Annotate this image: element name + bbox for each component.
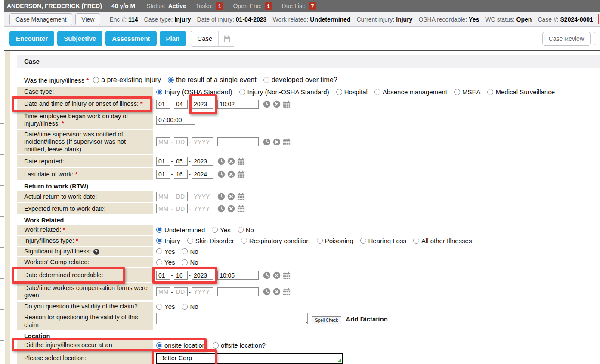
radio-icon[interactable] <box>182 259 188 265</box>
injury-month-input[interactable] <box>156 100 170 109</box>
time-began-input[interactable] <box>156 116 195 125</box>
radio-icon[interactable] <box>212 227 218 233</box>
clear-icon[interactable] <box>273 288 281 296</box>
radio-undetermined[interactable]: Undetermined <box>156 226 205 234</box>
radio-icon[interactable] <box>182 248 188 254</box>
radio-selected-icon[interactable] <box>156 227 162 233</box>
reported-day-input[interactable] <box>174 157 188 166</box>
clear-icon[interactable] <box>227 205 235 213</box>
lastwork-month-input[interactable] <box>156 170 170 179</box>
radio-hearing-loss[interactable]: Hearing Loss <box>360 237 406 244</box>
radio-respiratory-condition[interactable]: Respiratory condition <box>241 237 310 244</box>
radio-icon[interactable] <box>374 89 380 95</box>
calendar-icon[interactable] <box>283 271 291 279</box>
clear-icon[interactable] <box>227 157 235 165</box>
radio-type-injury[interactable]: Injury <box>156 237 180 244</box>
radio-icon[interactable] <box>156 259 162 265</box>
tab-encounter[interactable]: Encounter <box>9 31 54 46</box>
tasks-count-badge[interactable]: 1 <box>216 2 223 10</box>
clear-icon[interactable] <box>273 100 281 108</box>
radio-medical-surveillance[interactable]: Medical Surveillance <box>487 88 555 96</box>
expected-rtw-year-input[interactable] <box>192 204 213 213</box>
clear-icon[interactable] <box>273 138 281 146</box>
radio-validity-no[interactable]: No <box>182 303 198 310</box>
radio-msea[interactable]: MSEA <box>454 88 481 96</box>
injury-time-input[interactable] <box>217 100 259 109</box>
radio-absence-management[interactable]: Absence management <box>374 88 447 96</box>
calendar-icon[interactable] <box>283 100 291 108</box>
radio-icon[interactable] <box>156 248 162 254</box>
recordable-time-input[interactable] <box>217 271 259 280</box>
tab-subjective[interactable]: Subjective <box>57 31 102 46</box>
reported-year-input[interactable] <box>192 157 213 166</box>
clear-icon[interactable] <box>227 170 235 178</box>
case-management-button[interactable]: Case Management <box>9 13 72 25</box>
tab-case-active[interactable]: Case <box>191 31 235 47</box>
radio-work-related-no[interactable]: No <box>238 226 254 234</box>
radio-icon[interactable] <box>487 89 493 95</box>
clock-icon[interactable] <box>217 170 225 178</box>
radio-icon[interactable] <box>360 238 366 244</box>
lastwork-day-input[interactable] <box>174 170 188 179</box>
radio-offsite-location[interactable]: offsite location? <box>213 342 266 349</box>
calendar-icon[interactable] <box>237 157 245 165</box>
radio-significant-yes[interactable]: Yes <box>156 248 175 255</box>
clock-icon[interactable] <box>263 271 271 279</box>
radio-work-related-yes[interactable]: Yes <box>212 226 230 234</box>
open-enc-label[interactable]: Open Enc: <box>233 3 261 9</box>
clock-icon[interactable] <box>217 193 225 201</box>
radio-icon[interactable] <box>239 89 245 95</box>
radio-icon[interactable] <box>263 77 269 83</box>
injury-day-input[interactable] <box>174 100 188 109</box>
clear-icon[interactable] <box>227 193 235 201</box>
radio-skin-disorder[interactable]: Skin Disorder <box>187 237 234 244</box>
calendar-icon[interactable] <box>237 170 245 178</box>
radio-icon[interactable] <box>93 77 99 83</box>
radio-poisoning[interactable]: Poisoning <box>317 237 353 244</box>
radio-pre-existing-injury[interactable]: a pre-existing injury <box>93 76 161 84</box>
radio-all-other-illnesses[interactable]: All other Illnesses <box>413 237 472 244</box>
open-enc-link[interactable]: Open Enc: 1 <box>233 2 272 10</box>
spell-check-button[interactable]: Spell Check <box>312 316 341 324</box>
calendar-icon[interactable] <box>283 288 291 296</box>
clipped-button-sliver[interactable] <box>594 32 597 45</box>
radio-icon[interactable] <box>182 304 188 310</box>
clock-icon[interactable] <box>263 138 271 146</box>
radio-icon[interactable] <box>413 238 419 244</box>
calendar-icon[interactable] <box>283 138 291 146</box>
radio-validity-yes[interactable]: Yes <box>156 303 175 310</box>
actual-rtw-month-input[interactable] <box>156 192 170 201</box>
radio-icon[interactable] <box>187 238 193 244</box>
supervisor-month-input[interactable] <box>156 137 170 146</box>
wcforms-time-input[interactable] <box>217 287 259 296</box>
calendar-icon[interactable] <box>237 205 245 213</box>
radio-icon[interactable] <box>238 227 244 233</box>
expected-rtw-month-input[interactable] <box>156 204 170 213</box>
wcforms-day-input[interactable] <box>174 287 188 296</box>
help-icon[interactable]: ? <box>93 249 99 255</box>
radio-icon[interactable] <box>156 304 162 310</box>
radio-significant-no[interactable]: No <box>182 248 198 255</box>
radio-onsite-location[interactable]: onsite location <box>156 342 206 349</box>
supervisor-day-input[interactable] <box>174 137 188 146</box>
view-button[interactable]: View <box>75 13 100 25</box>
wcforms-year-input[interactable] <box>192 287 213 296</box>
expected-rtw-day-input[interactable] <box>174 204 188 213</box>
supervisor-time-input[interactable] <box>217 137 259 146</box>
radio-icon[interactable] <box>454 89 460 95</box>
radio-developed-over-time[interactable]: developed over time? <box>263 76 337 84</box>
radio-injury-non-osha[interactable]: Injury (Non-OSHA Standard) <box>239 88 329 96</box>
supervisor-year-input[interactable] <box>192 137 213 146</box>
radio-wc-yes[interactable]: Yes <box>156 259 175 266</box>
save-button[interactable] <box>219 35 235 43</box>
radio-selected-icon[interactable] <box>168 77 174 83</box>
wcforms-month-input[interactable] <box>156 287 170 296</box>
radio-selected-icon[interactable] <box>156 238 162 244</box>
lastwork-year-input[interactable] <box>192 170 213 179</box>
recordable-year-input[interactable] <box>192 271 213 280</box>
calendar-icon[interactable] <box>237 193 245 201</box>
clock-icon[interactable] <box>263 288 271 296</box>
due-list-indicator[interactable]: Due List: 7 <box>282 2 316 10</box>
radio-selected-icon[interactable] <box>156 342 162 349</box>
location-input[interactable] <box>156 353 343 364</box>
